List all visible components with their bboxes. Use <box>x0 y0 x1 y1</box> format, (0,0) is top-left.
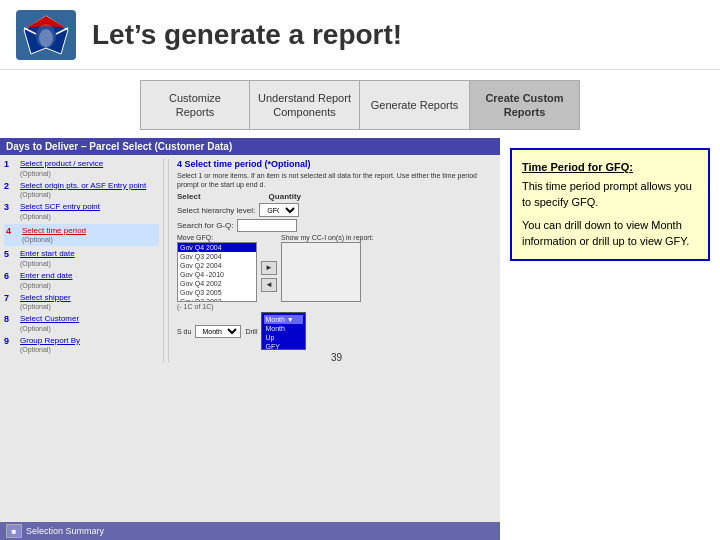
callout-body1: This time period prompt allows you to sp… <box>522 179 698 210</box>
nav-step-generate[interactable]: Generate Reports <box>360 80 470 130</box>
callout-body2: You can drill down to view Month informa… <box>522 218 698 249</box>
bottom-drill-row: S du Month Up GFY Drill Month ▼ Month Up <box>177 312 496 350</box>
form-right-panel: 4 Select time period (*Optional) Select … <box>168 159 496 363</box>
form-step-2: 2 Select origin pts. or ASF Entry point(… <box>4 181 159 200</box>
form-step-9: 9 Group Report By(Optional) <box>4 336 159 355</box>
nav-step-understand[interactable]: Understand Report Components <box>250 80 360 130</box>
nav-step-create-custom[interactable]: Create Custom Reports <box>470 80 580 130</box>
search-input[interactable] <box>237 219 297 232</box>
nav-step-customize[interactable]: Customize Reports <box>140 80 250 130</box>
available-listbox[interactable]: Gov Q4 2004 Gov Q3 2004 Gov Q2 2004 Gov … <box>177 242 257 302</box>
page-number: 39 <box>177 352 496 363</box>
form-body: 1 Select product / service(Optional) 2 S… <box>0 155 500 367</box>
page-title: Let’s generate a report! <box>92 19 402 51</box>
drill-listbox[interactable]: Month ▼ Month Up GFY <box>261 312 306 350</box>
form-area: Days to Deliver – Parcel Select (Custome… <box>0 138 500 540</box>
form-step-3: 3 Select SCF entry point(Optional) <box>4 202 159 221</box>
drill-select[interactable]: Month Up GFY <box>195 325 241 338</box>
form-step-6: 6 Enter end date(Optional) <box>4 271 159 290</box>
form-step-1: 1 Select product / service(Optional) <box>4 159 159 178</box>
selected-listbox[interactable] <box>281 242 361 302</box>
progress-nav: Customize Reports Understand Report Comp… <box>0 70 720 138</box>
form-step-4: 4 Select time period(Optional) <box>4 224 159 247</box>
form-step-5: 5 Enter start date(Optional) <box>4 249 159 268</box>
move-right-btn[interactable]: ► <box>261 261 277 275</box>
main-content: Days to Deliver – Parcel Select (Custome… <box>0 138 720 540</box>
form-step-8: 8 Select Customer(Optional) <box>4 314 159 333</box>
move-left-btn[interactable]: ◄ <box>261 278 277 292</box>
form-screenshot: Days to Deliver – Parcel Select (Custome… <box>0 138 500 540</box>
list-row: Gov Q4 2004 Gov Q3 2004 Gov Q2 2004 Gov … <box>177 242 496 310</box>
header: Let’s generate a report! <box>0 0 720 70</box>
callout-box: Time Period for GFQ: This time period pr… <box>510 148 710 261</box>
search-row: Search for G-Q: <box>177 219 496 232</box>
form-title-bar: Days to Deliver – Parcel Select (Custome… <box>0 138 500 155</box>
svg-point-7 <box>39 29 53 47</box>
selection-summary-bar: ■ Selection Summary <box>0 522 500 540</box>
form-step-7: 7 Select shipper(Optional) <box>4 293 159 312</box>
list-arrow-buttons: ► ◄ <box>261 242 277 310</box>
selection-summary-icon: ■ <box>6 524 22 538</box>
hierarchy-select-row: Select hierarchy level: GFQ <box>177 203 496 217</box>
callout-title: Time Period for GFQ: <box>522 160 698 175</box>
usps-logo <box>16 10 76 60</box>
hierarchy-select[interactable]: GFQ <box>259 203 299 217</box>
